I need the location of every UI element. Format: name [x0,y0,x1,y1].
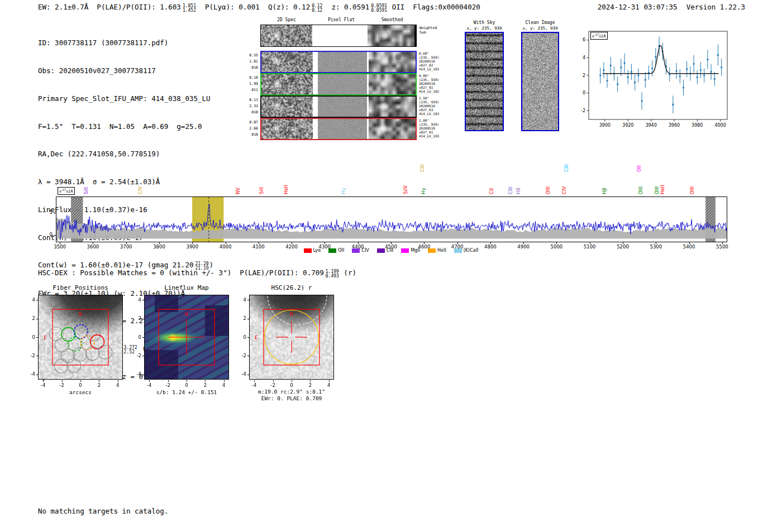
fiber-circle [98,345,112,359]
hsc-mag-caption: m:19.0 rc:2.9" s:0.1" [245,389,338,395]
pixelflat-strip [318,52,367,72]
with-sky-panel [465,32,504,131]
compass-north-label: N [290,311,293,317]
cutout-y-tick-label: -2 [237,353,246,358]
fit-x-tick-label: 3940 [645,123,656,128]
primary-spec-slot: Primary Spec_Slot_IFU_AMP: 414_038_035_L… [38,94,213,104]
spec2d-row-right-label: 2.00" (235, 939) 20200510 v027_01 414_LU… [419,118,458,138]
cutout-x-tick-mark [292,380,292,382]
compass-east-label: E [255,335,258,341]
emission-line-label: HeII [660,185,665,194]
spectrum-x-tick-label: 5500 [713,244,732,250]
catalog-object-dashed-circle [268,295,327,325]
cutout-y-tick-label: 4 [26,297,35,303]
lineflux-map-overlay: N [145,295,228,379]
spectrum-y-tick-mark [54,213,56,213]
smoothed-strip [369,74,416,94]
spec2d-row-right-label: 0.89" (235, 930) 20200510 v027_01 414_LU… [419,74,458,93]
hsc-ewr-plae-caption: EWr: 0. PLAE: 0.709 [245,395,338,401]
clean-image-title: Clean Image [521,20,559,25]
extraction-region-square [264,309,320,365]
cutout-y-tick-mark [142,300,144,300]
cutout-x-tick-label: -4 [142,382,156,388]
column-header-2dspec: 2D Spec [260,17,313,22]
spec2d-strip [261,52,313,72]
weighted-label-line2: Sum [419,30,426,35]
spectrum-x-tick-label: 4600 [414,244,433,250]
full-spectrum-canvas [56,197,727,242]
emission-line-label: OIII [654,186,660,194]
cutout-y-tick-label: 0 [26,334,35,340]
cutout-y-tick-label: 4 [132,297,141,303]
weighted-smoothed-strip [368,25,414,46]
cutout-y-tick-label: 2 [237,315,246,321]
emission-line-label: OIII [689,186,695,194]
spec2d-row [260,73,417,95]
spec2d-row-left-label: 0.55 1.81 010 [240,52,258,71]
cutout-x-tick-label: -4 [247,382,261,388]
legend-swatch-mgii [401,248,409,253]
catalog-plae-low: 0.493 [326,274,339,279]
unit-exponent: -17 [61,188,66,191]
fiber-circle [55,338,69,352]
catalog-plae-range: 1.1990.493 [326,270,339,278]
header-flags-text: OII Flags:0x00004020 [388,3,480,11]
header-z-text: z: 0.0591 [323,3,369,11]
unit-exponent: -17 [594,33,599,36]
fiber-positions-title: Fiber Positions [38,284,123,291]
cutout-y-tick-label: -4 [237,371,246,377]
emission-line-label: SiIV [403,185,408,194]
spectrum-x-tick-label: 4100 [249,244,268,250]
with-sky-image [466,33,503,130]
fit-y-tick-label: 2 [583,73,585,78]
spectrum-x-tick-label: 3800 [150,244,169,250]
emission-line-label: CIII [508,187,513,194]
fiber-circle [54,359,68,373]
cutout-x-tick-mark [224,380,225,382]
emission-line-label: SiII [259,187,264,194]
emission-line-label: Hγ [341,188,346,194]
fiber-circle [67,359,81,373]
emission-line-label: CIV [137,186,143,194]
column-header-pixelflat: Pixel Flat [314,17,368,22]
cutout-x-tick-mark [62,380,63,382]
cutout-x-tick-label: 0 [74,382,87,388]
fit-x-tick-label: 3980 [692,123,703,128]
spec2d-strip [261,97,313,117]
cutout-x-tick-label: -2 [266,382,280,388]
spec2d-row [260,118,417,140]
pixelflat-strip [318,97,367,117]
z-range: 0.05910.0591 [371,4,387,12]
emission-line-label: CII [489,188,494,194]
fit-y-tick-label: -2 [581,108,585,113]
cutout-y-tick-mark [36,300,38,300]
line-fit-plot-svg: 390039203940396039804000-20246 [574,27,731,136]
cutout-x-tick-label: -4 [36,382,50,388]
cutout-x-tick-label: -2 [55,382,69,388]
fiber-circle [74,325,88,339]
spec2d-row-right-label: 0.68" (235, 939) 20200510 v027_02 414_LU… [419,51,458,71]
fit-axis-ticks: 390039203940396039804000-20246 [581,37,726,128]
lineflux-sb-caption: s/b: 1.24 +/- 0.151 [140,389,233,395]
fiber-circle [80,336,94,350]
cutout-x-tick-mark [205,380,206,382]
emission-line-label: H8 [516,188,521,194]
emission-line-label: CIII [564,165,569,172]
cutout-y-tick-mark [142,356,144,356]
clean-image-panel [521,32,559,131]
fit-x-tick-label: 4000 [714,123,726,128]
cutout-y-tick-label: 2 [26,315,35,321]
spectrum-x-tick-label: 4000 [216,244,235,250]
spectrum-x-tick-label: 4800 [481,244,500,250]
cutout-y-tick-label: 0 [237,334,246,340]
smoothed-strip [369,52,416,72]
lineflux-map-panel: N [144,295,229,380]
spectrum-x-tick-label: 3900 [183,244,202,250]
cutout-y-tick-label: -4 [26,371,35,377]
spectrum-x-tick-label: 4700 [448,244,467,250]
fiber-circle [85,347,99,361]
unit-suffix: x2Å [66,189,73,194]
spectrum-x-tick-label: 5200 [613,244,632,250]
cutout-x-tick-mark [149,380,150,382]
cutout-x-tick-label: 2 [198,382,212,388]
